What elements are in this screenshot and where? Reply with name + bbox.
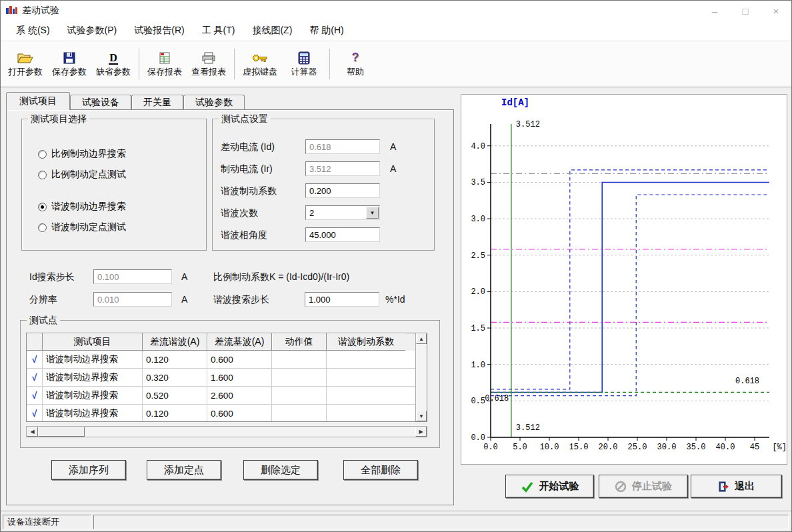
tab-switch-quantity[interactable]: 开关量 (131, 95, 183, 109)
menu-help[interactable]: 帮 助(H) (301, 25, 352, 37)
help-button[interactable]: ? 帮助 (333, 44, 377, 84)
svg-text:25.0: 25.0 (628, 443, 647, 452)
harmonic-order-select[interactable]: 2 ▼ (305, 205, 380, 220)
svg-text:0.0: 0.0 (483, 443, 498, 452)
unit-label: A (181, 269, 187, 284)
open-folder-icon (17, 50, 33, 65)
radio-icon (38, 203, 47, 211)
unit-label: A (390, 161, 396, 176)
field-label-harmonic-restraint-coefficient: 谐波制动系数 (221, 183, 277, 198)
harmonic-restraint-coefficient-input[interactable]: 0.200 (305, 183, 380, 198)
field-label-resolution: 分辨率 (29, 292, 57, 307)
svg-text:40.0: 40.0 (716, 443, 735, 452)
group-title: 测试点设置 (219, 113, 271, 125)
help-icon: ? (352, 50, 359, 65)
delete-selected-button[interactable]: 删除选定 (243, 460, 318, 480)
harmonic-phase-angle-input[interactable]: 45.000 (305, 227, 380, 242)
header-diff-fundamental: 差流基波(A) (207, 333, 272, 351)
add-sequence-button[interactable]: 添加序列 (51, 460, 126, 480)
calculator-icon (298, 50, 310, 65)
radio-proportional-boundary-search[interactable]: 比例制动边界搜索 (38, 148, 126, 160)
default-params-button[interactable]: D 缺省参数 (91, 44, 135, 84)
radio-icon (38, 171, 47, 179)
row-check-icon: √ (32, 372, 37, 383)
header-check-column (27, 333, 43, 351)
scrollbar-thumb[interactable] (38, 427, 85, 437)
add-fixed-point-button[interactable]: 添加定点 (147, 460, 221, 480)
chevron-down-icon: ▼ (370, 210, 375, 216)
close-button[interactable]: × (761, 1, 791, 21)
open-params-button[interactable]: 打开参数 (3, 44, 47, 84)
menubar: 系 统(S) 试验参数(P) 试验报告(R) 工 具(T) 接线图(Z) 帮 助… (1, 21, 791, 41)
virtual-keyboard-button[interactable]: 虚拟键盘 (238, 44, 282, 84)
key-icon (252, 50, 268, 65)
radio-proportional-fixed-point-test[interactable]: 比例制动定点测试 (38, 169, 126, 181)
maximize-button[interactable]: □ (730, 1, 761, 21)
scroll-up-button[interactable]: ▲ (416, 333, 427, 344)
svg-text:4.0: 4.0 (471, 142, 485, 151)
svg-text:1.5: 1.5 (471, 324, 485, 333)
harmonic-search-step-input[interactable]: 1.000 (305, 292, 379, 307)
exit-button[interactable]: 退出 (691, 475, 782, 498)
tab-test-equipment[interactable]: 试验设备 (70, 95, 131, 109)
menu-tools[interactable]: 工 具(T) (193, 25, 244, 37)
check-icon (521, 481, 534, 493)
svg-text:20.0: 20.0 (599, 443, 618, 452)
radio-harmonic-boundary-search[interactable]: 谐波制动边界搜索 (38, 201, 126, 213)
toolbar-separator (234, 49, 235, 79)
statusbar: 设备连接断开 (1, 511, 791, 532)
save-params-button[interactable]: 保存参数 (47, 44, 91, 84)
calculator-button[interactable]: 计算器 (282, 44, 326, 84)
test-points-group: 测试点 测试项目 差流谐波(A) 差流基波(A) 动作值 谐波制动系数 √ 谐波… (20, 320, 440, 448)
delete-all-button[interactable]: 全部删除 (343, 460, 418, 480)
svg-text:[%]: [%] (772, 443, 787, 452)
toolbar: 打开参数 保存参数 D 缺省参数 保存报表 查看报表 (1, 41, 791, 87)
radio-icon (38, 150, 47, 159)
menu-test-params[interactable]: 试验参数(P) (59, 25, 126, 37)
field-label-id-search-step: Id搜索步长 (29, 269, 75, 284)
scroll-right-button[interactable]: ▶ (415, 427, 427, 437)
exit-door-icon (718, 481, 729, 493)
menu-system[interactable]: 系 统(S) (7, 25, 59, 37)
svg-text:2.5: 2.5 (471, 251, 485, 261)
view-report-button[interactable]: 查看报表 (187, 44, 231, 84)
floppy-disk-icon (63, 50, 76, 65)
default-params-icon: D (109, 50, 118, 65)
vertical-scrollbar[interactable]: ▲ ▼ (415, 333, 427, 421)
test-points-table: 测试项目 差流谐波(A) 差流基波(A) 动作值 谐波制动系数 √ 谐波制动边界… (26, 333, 427, 422)
svg-text:15.0: 15.0 (569, 443, 589, 452)
table-row[interactable]: √ 谐波制动边界搜索 0.120 0.600 (27, 405, 427, 422)
svg-text:0.618: 0.618 (735, 377, 759, 386)
start-test-button[interactable]: 开始试验 (505, 475, 594, 498)
svg-text:0.5: 0.5 (471, 397, 485, 406)
save-report-button[interactable]: 保存报表 (143, 44, 187, 84)
app-window: 差动试验 – □ × 系 统(S) 试验参数(P) 试验报告(R) 工 具(T)… (0, 0, 792, 532)
dropdown-button[interactable]: ▼ (366, 207, 379, 219)
table-row[interactable]: √ 谐波制动边界搜索 0.320 1.600 (27, 369, 427, 387)
horizontal-scrollbar[interactable]: ◀ ▶ (26, 426, 427, 437)
radio-harmonic-fixed-point-test[interactable]: 谐波制动定点测试 (38, 221, 126, 233)
minimize-button[interactable]: – (699, 1, 730, 21)
scroll-down-button[interactable]: ▼ (416, 411, 427, 421)
row-check-icon: √ (32, 354, 37, 365)
radio-icon (38, 223, 47, 232)
menu-wiring-diagram[interactable]: 接线图(Z) (243, 25, 301, 37)
field-label-harmonic-search-step: 谐波搜索步长 (213, 292, 269, 307)
titlebar: 差动试验 – □ × (1, 1, 791, 21)
menu-test-report[interactable]: 试验报告(R) (125, 25, 193, 37)
svg-text:3.5: 3.5 (471, 178, 485, 187)
toolbar-separator (139, 49, 139, 79)
stop-circle-icon (615, 481, 627, 493)
header-diff-harmonic: 差流谐波(A) (143, 333, 207, 351)
toolbar-separator (329, 49, 330, 79)
table-row[interactable]: √ 谐波制动边界搜索 0.120 0.600 (27, 351, 427, 369)
field-label-harmonic-phase-angle: 谐波相角度 (221, 227, 267, 242)
svg-text:5.0: 5.0 (513, 443, 527, 452)
table-row[interactable]: √ 谐波制动边界搜索 0.520 2.600 (27, 387, 427, 405)
scroll-left-button[interactable]: ◀ (27, 427, 38, 437)
field-label-differential-current: 差动电流 (Id) (221, 139, 275, 154)
header-action-value: 动作值 (272, 333, 327, 351)
tab-test-items[interactable]: 测试项目 (6, 92, 70, 110)
header-harmonic-coefficient: 谐波制动系数 (327, 333, 405, 351)
tab-test-params[interactable]: 试验参数 (183, 95, 245, 109)
